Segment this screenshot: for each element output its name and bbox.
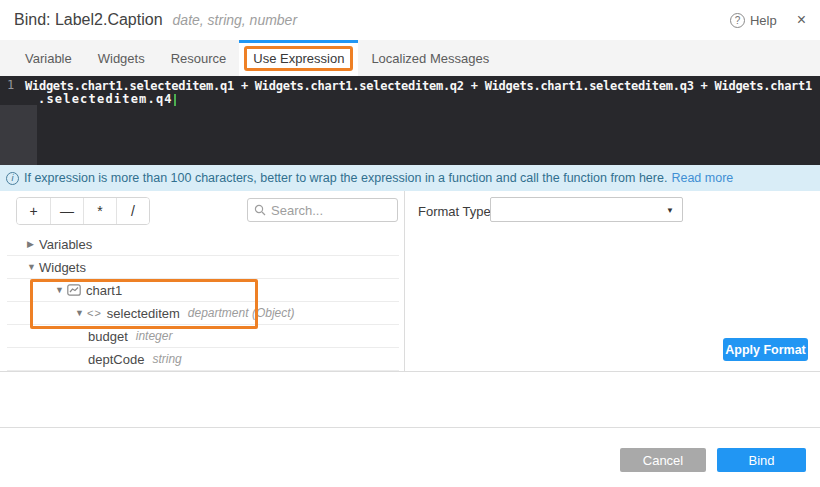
chevron-down-icon[interactable]: ▼ bbox=[75, 308, 87, 318]
multiply-operator-button[interactable]: * bbox=[83, 198, 116, 224]
binding-tree: ▶ Variables ▼ Widgets ▼ chart1 ▼ <> sele… bbox=[7, 233, 399, 371]
tree-item-selecteditem[interactable]: ▼ <> selecteditem department (Object) bbox=[7, 302, 399, 325]
close-icon[interactable]: × bbox=[797, 12, 806, 28]
tree-item-label: budget bbox=[88, 329, 128, 344]
tree-item-type: department (Object) bbox=[188, 306, 295, 320]
read-more-link[interactable]: Read more bbox=[671, 171, 733, 185]
tree-item-chart1[interactable]: ▼ chart1 bbox=[7, 279, 399, 302]
info-bar: i If expression is more than 100 charact… bbox=[0, 165, 820, 191]
format-type-label: Format Type bbox=[418, 204, 491, 219]
help-link[interactable]: Help bbox=[750, 13, 777, 28]
tab-variable[interactable]: Variable bbox=[12, 40, 85, 76]
line-number: 1 bbox=[7, 78, 14, 92]
main-panels: + — * / ▶ Variables ▼ Widgets ▼ bbox=[0, 191, 820, 372]
tab-use-expression-label: Use Expression bbox=[244, 46, 353, 71]
tab-use-expression[interactable]: Use Expression bbox=[239, 40, 358, 76]
titlebar-actions: ? Help × bbox=[730, 12, 806, 28]
tree-item-type: string bbox=[152, 352, 181, 366]
tree-item-widgets[interactable]: ▼ Widgets bbox=[7, 256, 399, 279]
format-type-select[interactable]: ▼ bbox=[490, 197, 683, 222]
format-panel: Format Type ▼ Apply Format bbox=[405, 191, 820, 371]
expression-editor[interactable]: 1 Widgets.chart1.selecteditem.q1 + Widge… bbox=[0, 76, 820, 165]
cancel-button[interactable]: Cancel bbox=[620, 448, 706, 472]
operator-button-group: + — * / bbox=[16, 197, 150, 225]
info-message: If expression is more than 100 character… bbox=[24, 171, 667, 185]
tree-item-budget[interactable]: budget integer bbox=[7, 325, 399, 348]
dialog-footer: Cancel Bind bbox=[0, 427, 820, 487]
dialog-title: Bind: Label2.Caption bbox=[14, 11, 163, 29]
minus-operator-button[interactable]: — bbox=[50, 198, 83, 224]
editor-gutter bbox=[0, 105, 37, 165]
chart-icon bbox=[67, 284, 81, 296]
tree-item-label: deptCode bbox=[88, 352, 144, 367]
apply-format-button[interactable]: Apply Format bbox=[723, 338, 808, 361]
text-cursor bbox=[174, 94, 176, 106]
search-input[interactable] bbox=[271, 203, 391, 218]
chevron-right-icon[interactable]: ▶ bbox=[27, 239, 39, 249]
expression-builder-panel: + — * / ▶ Variables ▼ Widgets ▼ bbox=[0, 191, 405, 371]
tab-bar: Variable Widgets Resource Use Expression… bbox=[0, 40, 820, 76]
bind-dialog: Bind: Label2.Caption date, string, numbe… bbox=[0, 0, 820, 487]
bind-button[interactable]: Bind bbox=[717, 448, 806, 472]
tree-item-deptcode[interactable]: deptCode string bbox=[7, 348, 399, 371]
chevron-down-icon[interactable]: ▼ bbox=[55, 285, 67, 295]
tree-item-label: selecteditem bbox=[107, 306, 180, 321]
plus-operator-button[interactable]: + bbox=[17, 198, 50, 224]
tab-resource[interactable]: Resource bbox=[158, 40, 240, 76]
expression-line-1: Widgets.chart1.selecteditem.q1 + Widgets… bbox=[25, 79, 812, 93]
search-icon bbox=[254, 204, 266, 216]
tab-widgets[interactable]: Widgets bbox=[85, 40, 158, 76]
object-icon: <> bbox=[87, 307, 102, 319]
tree-item-label: Widgets bbox=[39, 260, 86, 275]
help-icon[interactable]: ? bbox=[730, 13, 745, 28]
dialog-subtitle: date, string, number bbox=[173, 12, 298, 28]
tree-item-label: chart1 bbox=[86, 283, 122, 298]
tree-item-label: Variables bbox=[39, 237, 92, 252]
divide-operator-button[interactable]: / bbox=[116, 198, 149, 224]
tab-localized-messages[interactable]: Localized Messages bbox=[358, 40, 502, 76]
expression-line-2: .selecteditem.q4 bbox=[38, 92, 176, 106]
dropdown-caret-icon: ▼ bbox=[666, 206, 674, 215]
title-bar: Bind: Label2.Caption date, string, numbe… bbox=[0, 0, 820, 40]
tree-item-type: integer bbox=[136, 329, 173, 343]
info-icon: i bbox=[6, 172, 19, 185]
search-box bbox=[247, 198, 398, 222]
chevron-down-icon[interactable]: ▼ bbox=[27, 262, 39, 272]
tree-item-variables[interactable]: ▶ Variables bbox=[7, 233, 399, 256]
